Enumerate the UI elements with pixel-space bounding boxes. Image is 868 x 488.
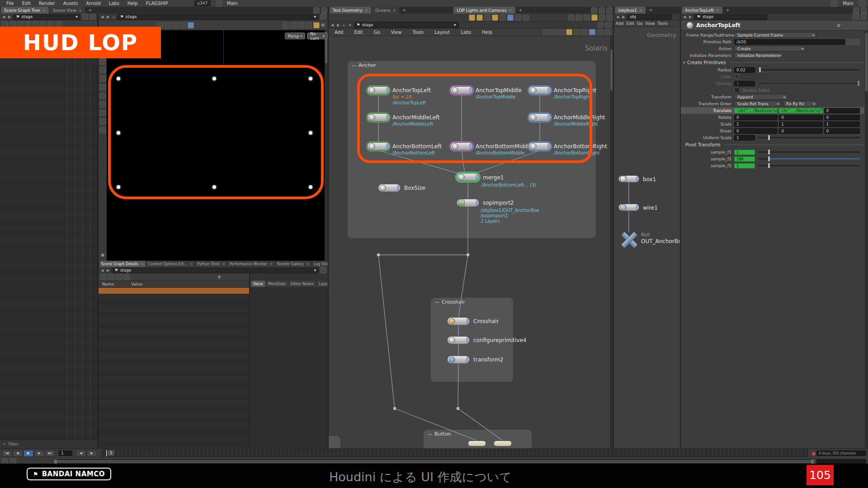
check-icon[interactable]: ✓ [3, 442, 6, 446]
tab-log-viewer[interactable]: Log Viewer × [312, 261, 328, 267]
pin-icon[interactable] [320, 267, 326, 273]
render-icon[interactable] [313, 22, 320, 28]
pane-split-icon[interactable] [321, 7, 327, 14]
camera-icon[interactable]: ▣ [101, 253, 105, 257]
tree-path-field[interactable]: ⚑ stage ▾ [13, 14, 80, 20]
selected-row[interactable] [99, 288, 249, 294]
lock-icon[interactable] [843, 22, 849, 28]
node-button-child[interactable] [494, 441, 512, 446]
pane-menu-icon[interactable] [853, 7, 859, 14]
translate-z-field[interactable]: 0 [824, 108, 860, 113]
node-label[interactable]: AnchorBottomRight [554, 143, 607, 150]
shelf-arrow-icon[interactable] [591, 7, 597, 14]
chevron-down-icon[interactable]: ▾ [314, 268, 316, 272]
close-icon[interactable]: × [190, 262, 193, 266]
shelf-menu-icon[interactable] [599, 7, 605, 14]
node-anchorbottomright[interactable] [528, 142, 551, 150]
display-flag[interactable] [476, 200, 478, 206]
details-rows-area[interactable] [99, 300, 249, 448]
menu-flagship[interactable]: FLAGSHIP [142, 1, 172, 6]
add-tab-button[interactable]: + [646, 7, 655, 14]
menu-file[interactable]: File [3, 1, 18, 6]
opacity-slider[interactable] [758, 83, 860, 84]
primitive-path-field[interactable]: /$OS [734, 39, 845, 45]
range-handle-left[interactable] [54, 460, 57, 464]
xform-order-dropdown[interactable]: Scale Rot Trans [734, 101, 781, 107]
viewport-path-field[interactable]: ⚑ stage ▾ [117, 14, 319, 20]
display-flag[interactable] [547, 144, 550, 149]
node-label[interactable]: AnchorBottomMiddle [476, 143, 533, 150]
shear-y-field[interactable]: 0 [779, 128, 822, 134]
tab-test-geometry[interactable]: Test Geometry × [330, 7, 371, 14]
node-label[interactable]: AnchorMiddleLeft [392, 114, 440, 121]
node-name[interactable]: AnchorTopLeft [696, 22, 741, 28]
menu-assets[interactable]: Assets [60, 1, 82, 6]
display-flag[interactable] [466, 357, 468, 362]
param-path-field[interactable]: ⚑ stage [694, 14, 767, 20]
node-label[interactable]: BoxSize [404, 185, 425, 191]
slider-handle[interactable] [858, 81, 859, 86]
column-value[interactable]: Value [131, 282, 142, 286]
tab-oceans[interactable]: Oceans × [372, 7, 399, 14]
scrollbar-thumb[interactable] [865, 33, 868, 91]
menu-help[interactable]: Help [124, 1, 142, 6]
display-flag[interactable] [547, 88, 550, 93]
current-frame-field[interactable]: 1 [59, 450, 72, 456]
sample-f2-field[interactable]: 100 [734, 156, 755, 162]
close-icon[interactable]: × [269, 262, 273, 266]
tab-performance-monitor[interactable]: Performance Monitor × [227, 261, 274, 267]
scale-x-field[interactable]: 1 [734, 122, 778, 127]
chevron-down-icon[interactable]: ▾ [75, 14, 78, 19]
display-flag[interactable] [397, 185, 399, 191]
display-flag[interactable] [547, 115, 550, 120]
close-icon[interactable]: × [716, 8, 720, 13]
sample-f3-field[interactable]: 1 [734, 163, 755, 169]
scale-tool-icon[interactable] [180, 22, 186, 28]
node-label[interactable]: configureprimitive4 [473, 337, 526, 343]
version-field[interactable]: y347 [194, 0, 211, 6]
info-icon[interactable] [851, 22, 857, 28]
shelf-gear-icon[interactable] [606, 7, 613, 14]
node-merge1[interactable] [457, 173, 479, 181]
pose-icon[interactable] [99, 67, 106, 73]
measure-icon[interactable] [99, 110, 106, 116]
node-label[interactable]: AnchorMiddleRight [554, 114, 605, 121]
menu-arnold[interactable]: Arnold [82, 1, 104, 6]
layout-icon[interactable] [831, 0, 837, 7]
help-icon[interactable] [859, 22, 865, 28]
param-scrollbar[interactable] [865, 31, 868, 448]
home-icon[interactable]: ⌂ [112, 15, 116, 19]
uniform-scale-slider[interactable] [758, 137, 860, 138]
back-icon[interactable]: ◀ [100, 268, 104, 272]
add-tab-button[interactable]: + [723, 7, 731, 14]
node-out-anchorbox[interactable] [619, 231, 638, 248]
global-range-slider[interactable] [53, 459, 815, 464]
tab-anchortopleft[interactable]: AnchorTopLeft × [682, 7, 722, 14]
add-tab-button[interactable]: + [516, 7, 524, 14]
node-anchortopright[interactable] [528, 86, 551, 94]
tab-scene-graph-tree[interactable]: Scene Graph Tree × [1, 7, 49, 14]
sample-f1-slider[interactable] [758, 151, 860, 153]
close-icon[interactable]: × [79, 8, 82, 13]
shear-z-field[interactable]: 0 [824, 128, 860, 134]
prev-key-button[interactable]: ◀ [76, 450, 86, 457]
node-button-child[interactable] [468, 441, 486, 446]
node-label[interactable]: transform2 [473, 357, 503, 363]
parm-marker-icon[interactable]: ◦ [681, 82, 686, 85]
jump-end-button[interactable]: ▶| [45, 450, 55, 457]
column-name[interactable]: Name [99, 282, 131, 286]
menu-labs[interactable]: Labs [105, 1, 123, 6]
rotate-tool-icon[interactable] [172, 22, 179, 28]
shade-mode-icon[interactable] [290, 22, 297, 28]
step-forward-button[interactable]: ▶ [34, 450, 44, 457]
slider-handle[interactable] [768, 163, 770, 168]
node-label[interactable]: wire1 [643, 205, 658, 211]
tab-editor-nodes[interactable]: Editor Nodes [288, 281, 316, 287]
tab-render-gallery[interactable]: Render Gallery × [275, 261, 311, 267]
playhead[interactable] [106, 450, 107, 456]
node-anchortopmiddle[interactable] [450, 86, 473, 94]
filter-label[interactable]: Filter [9, 442, 19, 446]
back-icon[interactable]: ◀ [1, 15, 6, 19]
transform-dropdown[interactable]: Append [734, 94, 788, 100]
node-label[interactable]: AnchorTopLeft [392, 87, 431, 94]
